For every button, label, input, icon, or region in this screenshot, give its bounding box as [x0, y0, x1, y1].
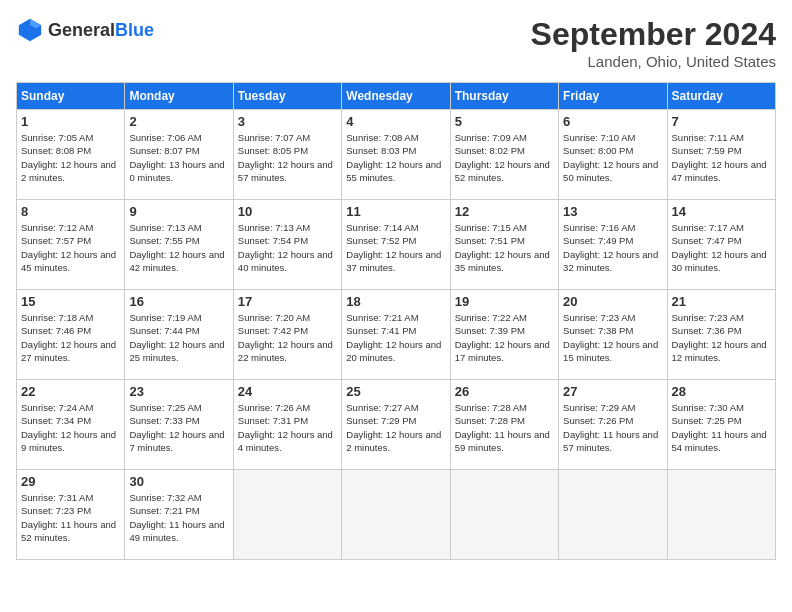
day-cell-24: 24Sunrise: 7:26 AMSunset: 7:31 PMDayligh…	[233, 380, 341, 470]
day-info: Sunrise: 7:31 AMSunset: 7:23 PMDaylight:…	[21, 491, 120, 544]
day-info: Sunrise: 7:07 AMSunset: 8:05 PMDaylight:…	[238, 131, 337, 184]
day-info: Sunrise: 7:10 AMSunset: 8:00 PMDaylight:…	[563, 131, 662, 184]
day-number: 5	[455, 114, 554, 129]
empty-cell	[559, 470, 667, 560]
day-cell-4: 4Sunrise: 7:08 AMSunset: 8:03 PMDaylight…	[342, 110, 450, 200]
logo-text: GeneralBlue	[48, 21, 154, 40]
day-cell-27: 27Sunrise: 7:29 AMSunset: 7:26 PMDayligh…	[559, 380, 667, 470]
location-subtitle: Landen, Ohio, United States	[531, 53, 776, 70]
day-cell-18: 18Sunrise: 7:21 AMSunset: 7:41 PMDayligh…	[342, 290, 450, 380]
day-number: 13	[563, 204, 662, 219]
day-number: 17	[238, 294, 337, 309]
day-number: 12	[455, 204, 554, 219]
day-info: Sunrise: 7:30 AMSunset: 7:25 PMDaylight:…	[672, 401, 771, 454]
day-cell-19: 19Sunrise: 7:22 AMSunset: 7:39 PMDayligh…	[450, 290, 558, 380]
day-info: Sunrise: 7:06 AMSunset: 8:07 PMDaylight:…	[129, 131, 228, 184]
day-number: 22	[21, 384, 120, 399]
day-info: Sunrise: 7:14 AMSunset: 7:52 PMDaylight:…	[346, 221, 445, 274]
col-header-saturday: Saturday	[667, 83, 775, 110]
col-header-wednesday: Wednesday	[342, 83, 450, 110]
day-info: Sunrise: 7:11 AMSunset: 7:59 PMDaylight:…	[672, 131, 771, 184]
calendar-table: SundayMondayTuesdayWednesdayThursdayFrid…	[16, 82, 776, 560]
empty-cell	[450, 470, 558, 560]
logo-icon	[16, 16, 44, 44]
day-info: Sunrise: 7:23 AMSunset: 7:38 PMDaylight:…	[563, 311, 662, 364]
day-info: Sunrise: 7:05 AMSunset: 8:08 PMDaylight:…	[21, 131, 120, 184]
day-number: 23	[129, 384, 228, 399]
day-cell-17: 17Sunrise: 7:20 AMSunset: 7:42 PMDayligh…	[233, 290, 341, 380]
day-number: 14	[672, 204, 771, 219]
day-number: 24	[238, 384, 337, 399]
day-info: Sunrise: 7:16 AMSunset: 7:49 PMDaylight:…	[563, 221, 662, 274]
day-number: 1	[21, 114, 120, 129]
title-area: September 2024 Landen, Ohio, United Stat…	[531, 16, 776, 70]
day-number: 10	[238, 204, 337, 219]
day-cell-7: 7Sunrise: 7:11 AMSunset: 7:59 PMDaylight…	[667, 110, 775, 200]
day-number: 28	[672, 384, 771, 399]
day-cell-2: 2Sunrise: 7:06 AMSunset: 8:07 PMDaylight…	[125, 110, 233, 200]
day-cell-30: 30Sunrise: 7:32 AMSunset: 7:21 PMDayligh…	[125, 470, 233, 560]
day-info: Sunrise: 7:19 AMSunset: 7:44 PMDaylight:…	[129, 311, 228, 364]
day-info: Sunrise: 7:23 AMSunset: 7:36 PMDaylight:…	[672, 311, 771, 364]
day-info: Sunrise: 7:25 AMSunset: 7:33 PMDaylight:…	[129, 401, 228, 454]
day-info: Sunrise: 7:32 AMSunset: 7:21 PMDaylight:…	[129, 491, 228, 544]
day-number: 9	[129, 204, 228, 219]
day-info: Sunrise: 7:15 AMSunset: 7:51 PMDaylight:…	[455, 221, 554, 274]
day-cell-8: 8Sunrise: 7:12 AMSunset: 7:57 PMDaylight…	[17, 200, 125, 290]
day-number: 16	[129, 294, 228, 309]
col-header-sunday: Sunday	[17, 83, 125, 110]
day-cell-21: 21Sunrise: 7:23 AMSunset: 7:36 PMDayligh…	[667, 290, 775, 380]
logo: GeneralBlue	[16, 16, 154, 44]
empty-cell	[233, 470, 341, 560]
day-info: Sunrise: 7:22 AMSunset: 7:39 PMDaylight:…	[455, 311, 554, 364]
day-info: Sunrise: 7:18 AMSunset: 7:46 PMDaylight:…	[21, 311, 120, 364]
day-cell-9: 9Sunrise: 7:13 AMSunset: 7:55 PMDaylight…	[125, 200, 233, 290]
day-number: 30	[129, 474, 228, 489]
day-info: Sunrise: 7:24 AMSunset: 7:34 PMDaylight:…	[21, 401, 120, 454]
day-info: Sunrise: 7:13 AMSunset: 7:55 PMDaylight:…	[129, 221, 228, 274]
day-cell-13: 13Sunrise: 7:16 AMSunset: 7:49 PMDayligh…	[559, 200, 667, 290]
col-header-monday: Monday	[125, 83, 233, 110]
day-info: Sunrise: 7:27 AMSunset: 7:29 PMDaylight:…	[346, 401, 445, 454]
day-number: 25	[346, 384, 445, 399]
page-header: GeneralBlue September 2024 Landen, Ohio,…	[16, 16, 776, 70]
day-cell-25: 25Sunrise: 7:27 AMSunset: 7:29 PMDayligh…	[342, 380, 450, 470]
day-info: Sunrise: 7:21 AMSunset: 7:41 PMDaylight:…	[346, 311, 445, 364]
col-header-tuesday: Tuesday	[233, 83, 341, 110]
day-number: 7	[672, 114, 771, 129]
day-number: 8	[21, 204, 120, 219]
day-cell-23: 23Sunrise: 7:25 AMSunset: 7:33 PMDayligh…	[125, 380, 233, 470]
day-cell-14: 14Sunrise: 7:17 AMSunset: 7:47 PMDayligh…	[667, 200, 775, 290]
col-header-thursday: Thursday	[450, 83, 558, 110]
day-cell-20: 20Sunrise: 7:23 AMSunset: 7:38 PMDayligh…	[559, 290, 667, 380]
day-cell-22: 22Sunrise: 7:24 AMSunset: 7:34 PMDayligh…	[17, 380, 125, 470]
day-cell-15: 15Sunrise: 7:18 AMSunset: 7:46 PMDayligh…	[17, 290, 125, 380]
day-cell-3: 3Sunrise: 7:07 AMSunset: 8:05 PMDaylight…	[233, 110, 341, 200]
day-info: Sunrise: 7:13 AMSunset: 7:54 PMDaylight:…	[238, 221, 337, 274]
empty-cell	[667, 470, 775, 560]
day-cell-6: 6Sunrise: 7:10 AMSunset: 8:00 PMDaylight…	[559, 110, 667, 200]
day-cell-16: 16Sunrise: 7:19 AMSunset: 7:44 PMDayligh…	[125, 290, 233, 380]
day-number: 26	[455, 384, 554, 399]
day-number: 6	[563, 114, 662, 129]
day-number: 29	[21, 474, 120, 489]
day-cell-10: 10Sunrise: 7:13 AMSunset: 7:54 PMDayligh…	[233, 200, 341, 290]
day-number: 3	[238, 114, 337, 129]
day-number: 27	[563, 384, 662, 399]
day-info: Sunrise: 7:08 AMSunset: 8:03 PMDaylight:…	[346, 131, 445, 184]
day-cell-5: 5Sunrise: 7:09 AMSunset: 8:02 PMDaylight…	[450, 110, 558, 200]
day-info: Sunrise: 7:12 AMSunset: 7:57 PMDaylight:…	[21, 221, 120, 274]
day-cell-28: 28Sunrise: 7:30 AMSunset: 7:25 PMDayligh…	[667, 380, 775, 470]
day-info: Sunrise: 7:29 AMSunset: 7:26 PMDaylight:…	[563, 401, 662, 454]
day-number: 15	[21, 294, 120, 309]
day-number: 11	[346, 204, 445, 219]
day-info: Sunrise: 7:28 AMSunset: 7:28 PMDaylight:…	[455, 401, 554, 454]
day-cell-11: 11Sunrise: 7:14 AMSunset: 7:52 PMDayligh…	[342, 200, 450, 290]
day-info: Sunrise: 7:09 AMSunset: 8:02 PMDaylight:…	[455, 131, 554, 184]
day-number: 19	[455, 294, 554, 309]
day-number: 21	[672, 294, 771, 309]
col-header-friday: Friday	[559, 83, 667, 110]
day-cell-29: 29Sunrise: 7:31 AMSunset: 7:23 PMDayligh…	[17, 470, 125, 560]
day-cell-12: 12Sunrise: 7:15 AMSunset: 7:51 PMDayligh…	[450, 200, 558, 290]
day-number: 2	[129, 114, 228, 129]
